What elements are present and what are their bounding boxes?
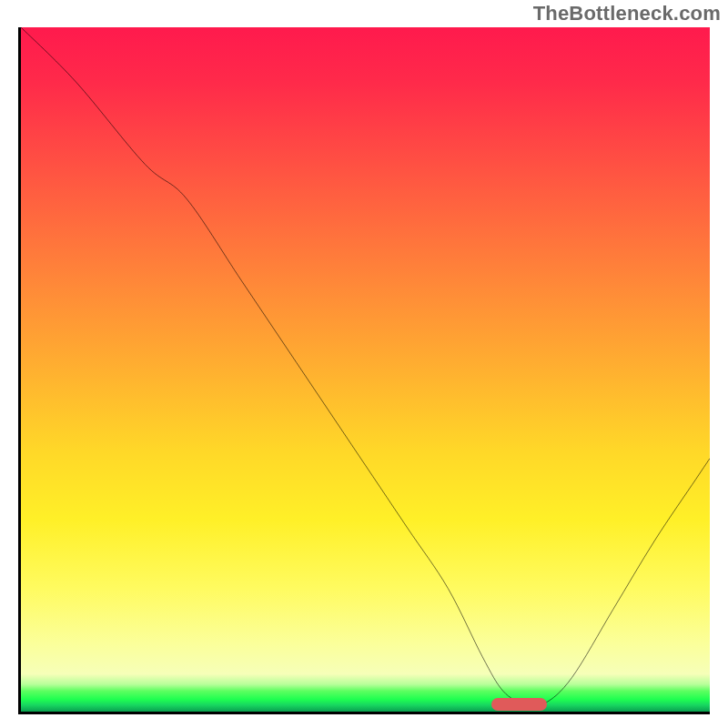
attribution-text: TheBottleneck.com: [533, 2, 721, 25]
plot-area: [18, 27, 710, 714]
bottleneck-curve: [21, 27, 710, 712]
minimum-marker: [491, 698, 547, 711]
